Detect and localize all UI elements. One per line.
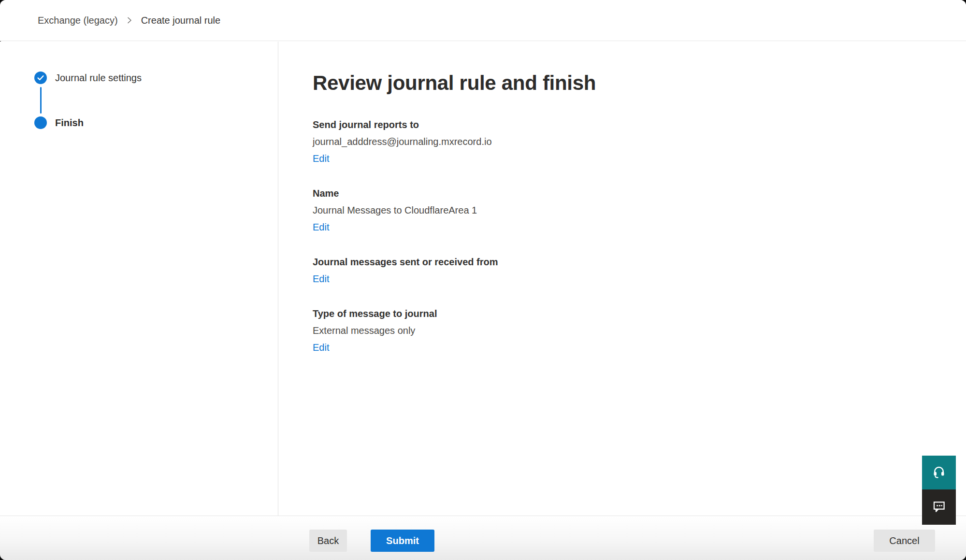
edit-message-type-link[interactable]: Edit [313,341,329,354]
section-label: Send journal reports to [313,118,966,131]
step-completed-check-icon [34,72,47,84]
headset-icon [932,464,946,481]
section-value: Journal Messages to CloudflareArea 1 [313,203,966,217]
breadcrumb-link-exchange-legacy[interactable]: Exchange (legacy) [38,15,118,26]
breadcrumb-current-create-journal-rule: Create journal rule [141,15,221,26]
review-content-area: Review journal rule and finish Send jour… [279,42,966,516]
section-value: journal_adddress@journaling.mxrecord.io [313,135,966,148]
wizard-steps-panel: Journal rule settings Finish [0,42,278,516]
footer-action-bar: Back Submit Cancel [0,516,966,560]
feedback-icon [932,499,946,516]
wizard-step-label: Finish [55,117,84,129]
breadcrumb: Exchange (legacy) Create journal rule [38,15,220,26]
review-section-name: Name Journal Messages to CloudflareArea … [313,187,966,234]
review-section-journal-messages: Journal messages sent or received from E… [313,255,966,286]
wizard-step-finish[interactable]: Finish [34,116,278,129]
section-label: Journal messages sent or received from [313,255,966,269]
help-button[interactable] [922,456,956,489]
wizard-step-journal-rule-settings[interactable]: Journal rule settings [34,72,278,84]
review-section-send-journal-reports: Send journal reports to journal_adddress… [313,118,966,165]
exchange-admin-window: Exchange (legacy) Create journal rule Jo… [0,0,966,560]
step-current-dot-icon [34,116,47,129]
review-section-message-type: Type of message to journal External mess… [313,307,966,354]
wizard-step-label: Journal rule settings [55,72,142,84]
section-label: Name [313,187,966,200]
feedback-button[interactable] [922,489,956,525]
submit-button[interactable]: Submit [371,530,434,552]
back-button[interactable]: Back [309,530,347,552]
edit-journal-messages-link[interactable]: Edit [313,272,329,286]
edit-send-journal-reports-link[interactable]: Edit [313,152,329,165]
page-title: Review journal rule and finish [313,71,966,96]
section-label: Type of message to journal [313,307,966,320]
section-value: External messages only [313,324,966,337]
chevron-right-icon [126,16,133,24]
step-connector-line [40,87,42,114]
cancel-button[interactable]: Cancel [874,530,935,552]
edit-name-link[interactable]: Edit [313,220,329,234]
top-header-bar: Exchange (legacy) Create journal rule [0,0,966,41]
